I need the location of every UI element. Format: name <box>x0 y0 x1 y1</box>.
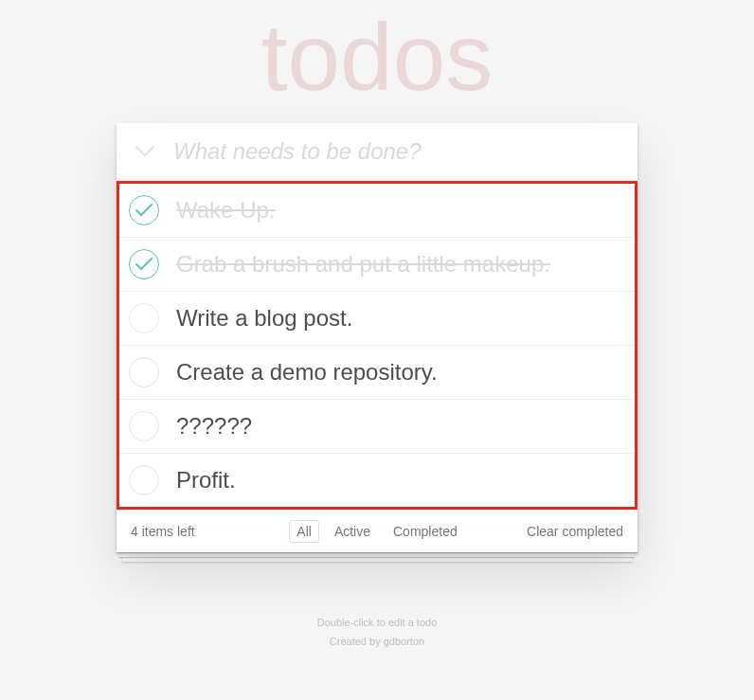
app-title: todos <box>117 0 637 104</box>
filter-active[interactable]: Active <box>327 520 378 543</box>
todo-checkbox[interactable] <box>129 357 159 387</box>
todo-checkbox[interactable] <box>129 303 159 333</box>
todo-item: ?????? <box>119 400 635 454</box>
todo-item: Write a blog post. <box>119 292 635 346</box>
todo-item: Profit. <box>119 454 635 507</box>
todo-label[interactable]: Wake Up. <box>159 197 275 224</box>
info-hint: Double-click to edit a todo <box>117 614 637 633</box>
todo-footer: 4 items left All Active Completed Clear … <box>117 510 637 552</box>
todo-item: Create a demo repository. <box>119 346 635 400</box>
filter-all[interactable]: All <box>289 520 319 543</box>
author-link[interactable]: gdborton <box>384 636 424 647</box>
toggle-all-button[interactable] <box>117 146 173 157</box>
header-row <box>117 123 637 181</box>
todo-label[interactable]: ?????? <box>159 413 252 440</box>
checkmark-icon <box>135 258 153 271</box>
todo-list: Wake Up. Grab a brush and put a little m… <box>117 181 637 510</box>
todoapp-container: Wake Up. Grab a brush and put a little m… <box>117 123 637 552</box>
filter-completed[interactable]: Completed <box>386 520 465 543</box>
todo-checkbox[interactable] <box>129 465 159 495</box>
info-credit-prefix: Created by <box>330 636 384 647</box>
todo-count: 4 items left <box>131 524 289 539</box>
todo-label[interactable]: Grab a brush and put a little makeup. <box>159 251 550 278</box>
chevron-down-icon <box>135 146 154 157</box>
todo-checkbox[interactable] <box>129 195 159 225</box>
todo-label[interactable]: Write a blog post. <box>159 305 352 332</box>
new-todo-input[interactable] <box>173 123 637 180</box>
todo-label[interactable]: Profit. <box>159 467 236 494</box>
todo-checkbox[interactable] <box>129 411 159 441</box>
todo-label[interactable]: Create a demo repository. <box>159 359 438 386</box>
todo-item: Wake Up. <box>119 184 635 238</box>
filter-list: All Active Completed <box>289 520 464 543</box>
todo-checkbox[interactable] <box>129 249 159 279</box>
info-footer: Double-click to edit a todo Created by g… <box>117 614 637 652</box>
todo-item: Grab a brush and put a little makeup. <box>119 238 635 292</box>
checkmark-icon <box>135 204 153 217</box>
clear-completed-button[interactable]: Clear completed <box>465 524 623 539</box>
info-credit: Created by gdborton <box>117 633 637 652</box>
